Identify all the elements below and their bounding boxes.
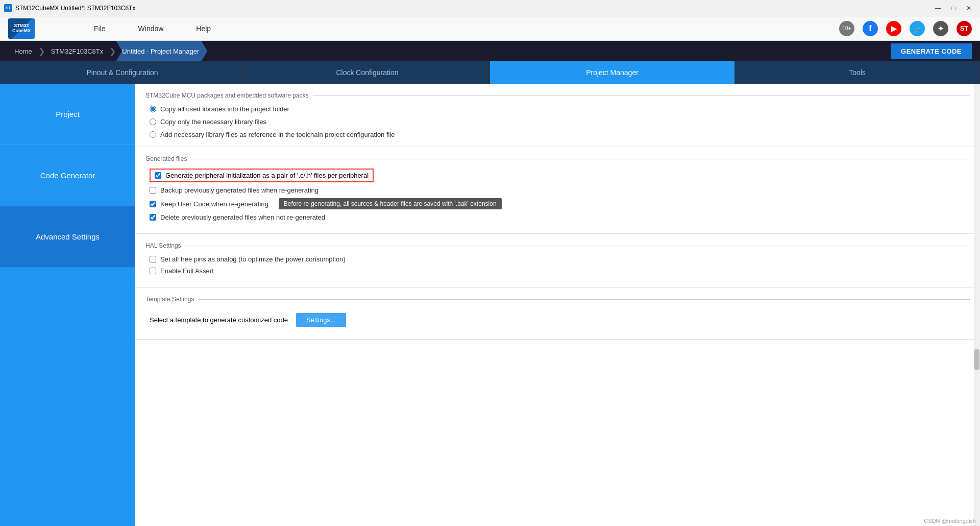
title-bar: ST STM32CubeMX Untitled*: STM32F103C8Tx …	[0, 0, 980, 16]
checkbox-hal1[interactable]	[150, 256, 156, 262]
checkbox-item-gen4: Delete previously generated files when n…	[145, 213, 970, 221]
app-logo: STM32CubeMX	[8, 18, 37, 39]
tab-clock[interactable]: Clock Configuration	[245, 61, 490, 84]
generated-files-title-text: Generated files	[145, 155, 187, 162]
breadcrumb-project: Untitled - Project Manager	[116, 41, 207, 61]
generated-files-title: Generated files	[145, 155, 970, 162]
checkbox-hal2-label: Enable Full Assert	[160, 267, 214, 275]
checkbox-gen2-label: Backup previously generated files when r…	[160, 186, 318, 194]
sidebar-advanced-label: Advanced Settings	[36, 232, 100, 241]
radio-copy-necessary[interactable]	[150, 118, 156, 125]
template-row: Select a template to generate customized…	[145, 309, 970, 331]
title-bar-left: ST STM32CubeMX Untitled*: STM32F103C8Tx	[4, 4, 135, 12]
app-icon: ST	[4, 4, 12, 12]
checkbox-item-gen2: Backup previously generated files when r…	[145, 186, 970, 194]
main-layout: Project Code Generator Advanced Settings…	[0, 84, 980, 526]
template-select-label: Select a template to generate customized…	[150, 316, 288, 324]
breadcrumb-sep-2: ❯	[109, 46, 116, 56]
scrollbar-thumb[interactable]	[974, 349, 979, 370]
tab-clock-label: Clock Configuration	[336, 68, 398, 77]
radio-add-reference-label: Add necessary library files as reference…	[160, 131, 395, 138]
radio-item-3[interactable]: Add necessary library files as reference…	[150, 131, 966, 138]
menu-bar: STM32CubeMX File Window Help 10+ f ▶ 🐦 ✦…	[0, 16, 980, 41]
radio-copy-necessary-label: Copy only the necessary library files	[160, 118, 266, 126]
logo-box: STM32CubeMX	[8, 18, 35, 39]
mcu-packages-title: STM32Cube MCU packages and embedded soft…	[145, 92, 970, 99]
sidebar-project-label: Project	[56, 110, 80, 118]
tab-pinout[interactable]: Pinout & Configuration	[0, 61, 245, 84]
checkbox-hal1-label: Set all free pins as analog (to optimize…	[160, 255, 346, 263]
checkbox-gen3[interactable]	[150, 201, 156, 207]
gen3-tooltip: Before re-generating, all sources & head…	[279, 198, 502, 209]
tab-project-label: Project Manager	[586, 68, 639, 77]
checkbox-gen2[interactable]	[150, 187, 156, 194]
radio-copy-all[interactable]	[150, 106, 156, 112]
template-settings-section: Template Settings Select a template to g…	[135, 288, 980, 340]
sidebar: Project Code Generator Advanced Settings	[0, 84, 135, 526]
hal-settings-title-text: HAL Settings	[145, 242, 181, 249]
maximize-button[interactable]: □	[946, 3, 961, 14]
menu-help[interactable]: Help	[180, 16, 227, 41]
st-icon[interactable]: ST	[957, 21, 972, 36]
sidebar-item-code-generator[interactable]: Code Generator	[0, 145, 135, 206]
generated-files-highlighted-row: Generate peripheral initialization as a …	[150, 169, 374, 182]
checkbox-gen1-label: Generate peripheral initialization as a …	[165, 172, 369, 179]
breadcrumb-project-label: Untitled - Project Manager	[122, 47, 199, 55]
generated-files-section: Generated files Generate peripheral init…	[135, 147, 980, 234]
content-area: STM32Cube MCU packages and embedded soft…	[135, 84, 980, 526]
settings-button[interactable]: Settings...	[296, 313, 346, 327]
menu-bar-left: STM32CubeMX File Window Help	[8, 16, 227, 41]
mcu-packages-title-text: STM32Cube MCU packages and embedded soft…	[145, 92, 309, 99]
window-title: STM32CubeMX Untitled*: STM32F103C8Tx	[15, 5, 135, 12]
checkbox-gen3-label: Keep User Code when re-generating	[160, 200, 268, 208]
checkbox-item-gen3: Keep User Code when re-generating Before…	[145, 198, 970, 209]
tab-tools[interactable]: Tools	[735, 61, 980, 84]
hal-item-1: Set all free pins as analog (to optimize…	[145, 255, 970, 263]
window-controls[interactable]: — □ ✕	[931, 3, 976, 14]
hal-item-2: Enable Full Assert	[145, 267, 970, 275]
breadcrumb-sep-1: ❯	[38, 46, 45, 56]
close-button[interactable]: ✕	[962, 3, 976, 14]
checkbox-hal2[interactable]	[150, 268, 156, 274]
breadcrumb-left: Home ❯ STM32F103C8Tx ❯ Untitled - Projec…	[8, 41, 207, 61]
breadcrumb-device[interactable]: STM32F103C8Tx	[45, 41, 110, 61]
radio-copy-all-label: Copy all used libraries into the project…	[160, 105, 289, 113]
hal-settings-section: HAL Settings Set all free pins as analog…	[135, 234, 980, 288]
radio-add-reference[interactable]	[150, 131, 156, 138]
mcu-packages-radio-group: Copy all used libraries into the project…	[145, 105, 970, 138]
network-icon[interactable]: ✦	[933, 21, 948, 36]
tab-tools-label: Tools	[849, 68, 866, 77]
radio-item-1[interactable]: Copy all used libraries into the project…	[150, 105, 966, 113]
tab-pinout-label: Pinout & Configuration	[86, 68, 158, 77]
sidebar-item-project[interactable]: Project	[0, 84, 135, 145]
mcu-packages-section: STM32Cube MCU packages and embedded soft…	[135, 84, 980, 147]
template-settings-title-text: Template Settings	[145, 296, 194, 303]
menu-file[interactable]: File	[78, 16, 122, 41]
minimize-button[interactable]: —	[931, 3, 945, 14]
hal-settings-title: HAL Settings	[145, 242, 970, 249]
version-badge: 10+	[839, 21, 854, 36]
checkbox-gen4-label: Delete previously generated files when n…	[160, 213, 325, 221]
menu-bar-right: 10+ f ▶ 🐦 ✦ ST	[839, 21, 972, 36]
twitter-icon[interactable]: 🐦	[910, 21, 925, 36]
logo-text: STM32CubeMX	[12, 23, 31, 34]
sidebar-item-advanced-settings[interactable]: Advanced Settings	[0, 206, 135, 268]
tab-project-manager[interactable]: Project Manager	[490, 61, 735, 84]
youtube-icon[interactable]: ▶	[886, 21, 901, 36]
radio-item-2[interactable]: Copy only the necessary library files	[150, 118, 966, 126]
facebook-icon[interactable]: f	[863, 21, 878, 36]
tab-bar: Pinout & Configuration Clock Configurati…	[0, 61, 980, 84]
menu-window[interactable]: Window	[122, 16, 180, 41]
checkbox-gen1[interactable]	[155, 172, 161, 179]
checkbox-gen4[interactable]	[150, 214, 156, 221]
generate-code-button[interactable]: GENERATE CODE	[891, 43, 972, 59]
breadcrumb-home[interactable]: Home	[8, 41, 38, 61]
scrollbar-track[interactable]	[974, 84, 980, 526]
sidebar-code-gen-label: Code Generator	[40, 171, 95, 180]
breadcrumb: Home ❯ STM32F103C8Tx ❯ Untitled - Projec…	[0, 41, 980, 61]
watermark: CSDN @molongqish	[924, 518, 976, 524]
template-settings-title: Template Settings	[145, 296, 970, 303]
